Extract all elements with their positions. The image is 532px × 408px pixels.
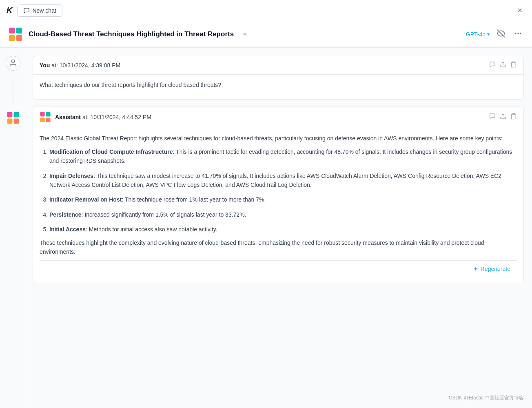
assistant-outro: These techniques highlight the complexit… (40, 238, 517, 257)
svg-rect-1 (16, 28, 22, 33)
sidebar (0, 48, 26, 408)
user-export-button[interactable] (500, 61, 506, 69)
user-message-body: What techniques do our threat reports hi… (33, 75, 523, 99)
assistant-logo-icon (40, 111, 51, 123)
technique-5-title: Initial Access (49, 226, 86, 233)
svg-rect-17 (40, 118, 44, 122)
assistant-upload-icon (500, 113, 506, 120)
list-item: Impair Defenses: This technique saw a mo… (49, 171, 517, 190)
user-message-text: What techniques do our threat reports hi… (40, 80, 517, 89)
technique-2-body: : This technique saw a modest increase t… (49, 173, 501, 188)
chat-header: Cloud-Based Threat Techniques Highlighte… (0, 21, 532, 48)
svg-rect-3 (16, 35, 22, 41)
regenerate-label: Regenerate (481, 266, 510, 272)
svg-point-7 (520, 33, 521, 34)
messages-area: You at: 10/31/2024, 4:39:08 PM (26, 48, 532, 408)
top-bar: K New chat × (0, 0, 532, 21)
elastic-logo (8, 27, 23, 42)
svg-point-8 (11, 60, 14, 63)
assistant-clipboard-button[interactable] (510, 113, 517, 121)
technique-1-title: Modification of Cloud Compute Infrastruc… (49, 149, 173, 155)
user-message-card: You at: 10/31/2024, 4:39:08 PM (33, 56, 524, 100)
svg-rect-14 (512, 62, 514, 63)
svg-rect-9 (7, 112, 12, 118)
assistant-message-header: Assistant at: 10/31/2024, 4:44:52 PM (33, 106, 523, 128)
new-chat-label: New chat (32, 7, 56, 14)
sidebar-divider (13, 79, 13, 103)
header-left: Cloud-Based Threat Techniques Highlighte… (8, 27, 248, 42)
technique-3-title: Indicator Removal on Host (49, 196, 122, 203)
svg-rect-20 (512, 114, 514, 115)
visibility-toggle-button[interactable] (495, 28, 507, 41)
user-avatar[interactable] (6, 56, 20, 71)
list-item: Indicator Removal on Host: This techniqu… (49, 195, 517, 204)
sparkle-icon: ✦ (473, 266, 478, 272)
svg-rect-12 (13, 119, 19, 124)
svg-rect-15 (40, 112, 44, 117)
assistant-comment-icon (489, 113, 496, 120)
main-content: You at: 10/31/2024, 4:39:08 PM (0, 48, 532, 408)
assistant-message-timestamp: at: 10/31/2024, 4:44:52 PM (82, 114, 151, 120)
assistant-export-button[interactable] (500, 113, 506, 121)
regenerate-button[interactable]: ✦ Regenerate (473, 266, 510, 272)
close-button[interactable]: × (514, 4, 525, 17)
list-item: Persistence: Increased significantly fro… (49, 210, 517, 219)
top-bar-left: K New chat (7, 4, 62, 17)
comment-icon (489, 61, 496, 68)
assistant-techniques-list: Modification of Cloud Compute Infrastruc… (40, 147, 517, 234)
technique-2-title: Impair Defenses (49, 173, 93, 179)
dots-icon (514, 29, 522, 38)
list-item: Initial Access: Methods for initial acce… (49, 225, 517, 234)
assistant-clipboard-icon (510, 113, 517, 120)
chat-title: Cloud-Based Threat Techniques Highlighte… (29, 30, 234, 38)
chevron-down-icon: ▾ (487, 31, 490, 37)
svg-rect-0 (9, 28, 15, 33)
menu-button[interactable] (512, 28, 524, 41)
header-right: GPT-4o ▾ (466, 28, 524, 41)
svg-rect-10 (13, 112, 19, 118)
svg-point-5 (515, 33, 516, 34)
technique-4-body: : Increased significantly from 1.5% of s… (82, 211, 246, 218)
list-item: Modification of Cloud Compute Infrastruc… (49, 147, 517, 166)
assistant-message-body: The 2024 Elastic Global Threat Report hi… (33, 128, 523, 283)
user-clipboard-button[interactable] (510, 61, 517, 69)
svg-rect-18 (46, 118, 50, 122)
user-message-header: You at: 10/31/2024, 4:39:08 PM (33, 56, 523, 75)
assistant-message-card: Assistant at: 10/31/2024, 4:44:52 PM (33, 106, 524, 283)
user-message-actions (489, 61, 517, 69)
assistant-avatar-sidebar (7, 111, 20, 126)
user-icon (9, 59, 18, 68)
elastic-sidebar-logo (7, 111, 20, 124)
edit-icon[interactable]: ✏ (243, 31, 248, 38)
assistant-message-sender: Assistant at: 10/31/2024, 4:44:52 PM (55, 114, 151, 120)
new-chat-button[interactable]: New chat (17, 4, 62, 17)
user-copy-button[interactable] (489, 61, 496, 69)
technique-3-body: : This technique rose from 1% last year … (122, 196, 266, 203)
model-name: GPT-4o (466, 31, 485, 38)
technique-4-title: Persistence (49, 211, 82, 218)
k-logo: K (7, 6, 12, 15)
clipboard-icon (510, 61, 517, 68)
user-message-timestamp: at: 10/31/2024, 4:39:08 PM (51, 62, 120, 69)
svg-rect-2 (9, 35, 15, 41)
regenerate-footer: ✦ Regenerate (40, 260, 517, 277)
eye-off-icon (497, 29, 505, 38)
chat-bubble-icon (23, 7, 30, 14)
assistant-message-actions (489, 113, 517, 121)
assistant-header-left: Assistant at: 10/31/2024, 4:44:52 PM (40, 111, 151, 123)
assistant-copy-button[interactable] (489, 113, 496, 121)
model-selector-button[interactable]: GPT-4o ▾ (466, 31, 490, 38)
svg-point-6 (517, 33, 519, 34)
svg-rect-11 (7, 119, 12, 124)
watermark: CSDN @Elastic 中国社区官方博客 (449, 395, 524, 401)
technique-5-body: : Methods for initial access also saw no… (86, 226, 217, 233)
user-message-sender: You at: 10/31/2024, 4:39:08 PM (40, 62, 120, 69)
svg-rect-16 (46, 112, 50, 117)
upload-icon (500, 61, 506, 68)
assistant-intro: The 2024 Elastic Global Threat Report hi… (40, 134, 517, 143)
